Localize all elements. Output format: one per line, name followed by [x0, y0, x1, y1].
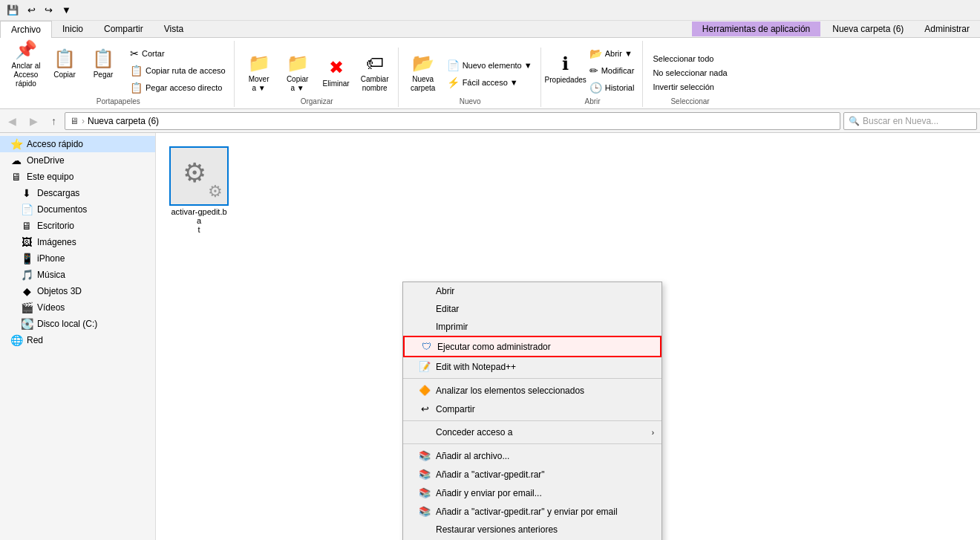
btn-abrir[interactable]: 📂 Abrir ▼ [586, 45, 638, 62]
ctx-edit-notepad[interactable]: 📝 Edit with Notepad++ [403, 357, 662, 376]
new-folder-icon: 📂 [412, 53, 434, 74]
ctx-anadir-email[interactable]: 📚 Añadir y enviar por email... [403, 484, 662, 502]
nav-up[interactable]: ↑ [46, 113, 62, 129]
ctx-abrir-label: Abrir [436, 286, 454, 296]
btn-facil-acceso[interactable]: ⚡ Fácil acceso ▼ [443, 74, 536, 91]
group-nuevo-label: Nuevo [460, 97, 481, 105]
btn-copiar[interactable]: 📋 Copiar [46, 42, 83, 85]
tab-compartir[interactable]: Compartir [94, 21, 154, 37]
archive-3-icon: 📚 [418, 487, 431, 498]
sidebar-label-documentos: Documentos [37, 204, 87, 215]
search-placeholder: Buscar en Nueva... [863, 116, 938, 126]
tab-vista[interactable]: Vista [154, 21, 194, 37]
sidebar-item-iphone[interactable]: 📱 iPhone [0, 250, 155, 267]
sidebar-item-escritorio[interactable]: 🖥 Escritorio [0, 218, 155, 234]
btn-nueva-carpeta[interactable]: 📂 Nuevacarpeta [405, 51, 442, 94]
ctx-analizar[interactable]: 🔶 Analizar los elementos seleccionados [403, 381, 662, 400]
network-icon: 🌐 [10, 334, 22, 346]
ctx-editar[interactable]: Editar [403, 300, 662, 318]
btn-invertir[interactable]: Invertir selección [649, 80, 731, 94]
btn-seleccionar-todo[interactable]: Seleccionar todo [649, 52, 731, 65]
ctx-ejecutar-admin[interactable]: 🛡 Ejecutar como administrador [403, 336, 662, 357]
ctx-anadir-rar[interactable]: 📚 Añadir a "activar-gpedit.rar" [403, 465, 662, 484]
sidebar-label-videos: Vídeos [37, 302, 65, 313]
btn-propiedades[interactable]: ℹ Propiedades [547, 48, 584, 91]
gear-small-icon: ⚙ [208, 182, 223, 201]
group-abrir-label: Abrir [584, 97, 600, 105]
sidebar-item-imagenes[interactable]: 🖼 Imágenes [0, 234, 155, 250]
sidebar-item-este-equipo[interactable]: 🖥 Este equipo [0, 169, 155, 185]
tab-archivo[interactable]: Archivo [0, 21, 52, 38]
nav-forward[interactable]: ▶ [24, 113, 43, 129]
btn-copiar-ruta[interactable]: 📋 Copiar ruta de acceso [126, 62, 229, 79]
btn-historial[interactable]: 🕒 Historial [586, 79, 638, 96]
sidebar-item-objetos3d[interactable]: ◆ Objetos 3D [0, 283, 155, 299]
btn-nuevo-elemento-label: Nuevo elemento ▼ [463, 61, 532, 70]
quick-access-toolbar: 💾 ↩ ↪ ▼ [0, 0, 980, 21]
history-icon: 🕒 [589, 82, 602, 94]
sidebar-item-red[interactable]: 🌐 Red [0, 332, 155, 348]
ctx-abrir[interactable]: Abrir [403, 282, 662, 300]
file-thumbnail: ⚙ ⚙ [169, 146, 229, 206]
sidebar-item-descargas[interactable]: ⬇ Descargas [0, 185, 155, 201]
btn-nuevo-elemento[interactable]: 📄 Nuevo elemento ▼ [443, 57, 536, 74]
search-box[interactable]: 🔍 Buscar en Nueva... [843, 112, 977, 130]
tab-nueva-carpeta[interactable]: Nueva carpeta (6) [822, 22, 914, 36]
edit-icon: ✏ [589, 65, 598, 77]
group-portapapeles-label: Portapapeles [97, 97, 140, 105]
path-home-icon: 🖥 [70, 116, 79, 126]
tab-inicio[interactable]: Inicio [52, 21, 94, 37]
btn-anclar[interactable]: 📌 Anclar alAcceso rápido [7, 42, 45, 85]
sidebar-label-imagenes: Imágenes [37, 237, 76, 247]
disk-icon: 💽 [21, 318, 33, 330]
sidebar-item-videos[interactable]: 🎬 Vídeos [0, 299, 155, 316]
btn-cambiar-nombre[interactable]: 🏷 Cambiarnombre [356, 51, 393, 94]
address-bar[interactable]: 🖥 › Nueva carpeta (6) [65, 112, 840, 130]
archive-2-icon: 📚 [418, 469, 431, 480]
qat-dropdown[interactable]: ▼ [58, 2, 75, 18]
btn-propiedades-label: Propiedades [545, 76, 587, 85]
btn-modificar[interactable]: ✏ Modificar [586, 62, 638, 79]
ctx-ejecutar-admin-label: Ejecutar como administrador [437, 342, 551, 352]
desktop-icon: 🖥 [21, 220, 33, 232]
sidebar-label-red: Red [27, 335, 43, 345]
btn-eliminar[interactable]: ✖ Eliminar [318, 51, 355, 94]
btn-pegar[interactable]: 📋 Pegar [85, 42, 122, 85]
gear-large-icon: ⚙ [183, 157, 206, 189]
ctx-sep-3 [403, 443, 662, 444]
btn-facil-acceso-label: Fácil acceso ▼ [463, 78, 518, 87]
sidebar-item-onedrive[interactable]: ☁ OneDrive [0, 152, 155, 169]
nav-back[interactable]: ◀ [3, 113, 22, 129]
btn-pegar-label: Pegar [94, 71, 114, 79]
ctx-restaurar[interactable]: Restaurar versiones anteriores [403, 521, 662, 539]
ctx-conceder-acceso[interactable]: Conceder acceso a › [403, 423, 662, 441]
ctx-compartir-label: Compartir [436, 404, 475, 414]
sidebar-item-acceso-rapido[interactable]: ⭐ Acceso rápido [0, 136, 155, 152]
btn-pegar-acceso[interactable]: 📋 Pegar acceso directo [126, 79, 229, 96]
qat-save[interactable]: 💾 [3, 2, 22, 18]
sidebar-item-disco-local[interactable]: 💽 Disco local (C:) [0, 316, 155, 332]
downloads-icon: ⬇ [21, 187, 33, 199]
btn-copiar-a[interactable]: 📁 Copiara ▼ [279, 51, 316, 94]
ctx-anadir-archivo[interactable]: 📚 Añadir al archivo... [403, 446, 662, 465]
btn-pegar-acceso-label: Pegar acceso directo [146, 83, 222, 92]
tab-administrar[interactable]: Administrar [914, 21, 980, 37]
ctx-anadir-rar-email[interactable]: 📚 Añadir a "activar-gpedit.rar" y enviar… [403, 502, 662, 521]
cut-icon: ✂ [130, 48, 139, 59]
tab-herramientas[interactable]: Herramientas de aplicación [692, 22, 820, 36]
sidebar-item-documentos[interactable]: 📄 Documentos [0, 201, 155, 218]
btn-cambiar-nombre-label: Cambiarnombre [361, 75, 389, 93]
sidebar-item-musica[interactable]: 🎵 Música [0, 267, 155, 283]
ctx-imprimir[interactable]: Imprimir [403, 318, 662, 336]
btn-mover[interactable]: 📁 Movera ▼ [241, 51, 278, 94]
qat-undo[interactable]: ↩ [24, 2, 39, 18]
ctx-compartir[interactable]: ↩ Compartir [403, 400, 662, 418]
qat-redo[interactable]: ↪ [41, 2, 56, 18]
file-name-label: activar-gpedit.bat [169, 207, 229, 234]
btn-cortar[interactable]: ✂ Cortar [126, 45, 229, 62]
file-item-activar-gpedit[interactable]: ⚙ ⚙ activar-gpedit.bat [169, 146, 229, 234]
btn-no-seleccionar[interactable]: No seleccionar nada [649, 66, 731, 79]
sidebar: ⭐ Acceso rápido ☁ OneDrive 🖥 Este equipo… [0, 133, 156, 540]
sidebar-label-disco-local: Disco local (C:) [37, 319, 97, 329]
ctx-sep-2 [403, 420, 662, 421]
